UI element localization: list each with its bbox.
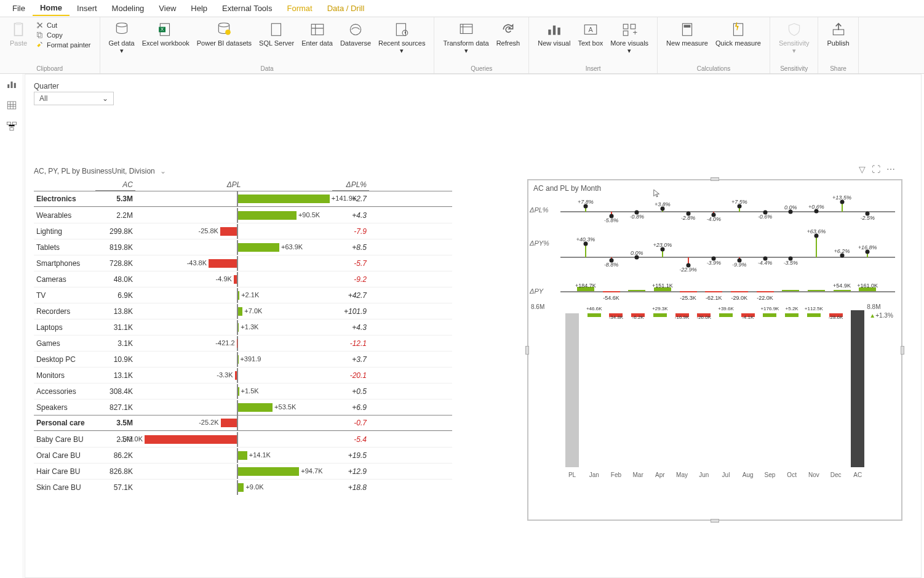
pbi-datasets-button[interactable]: Power BI datasets [193, 20, 255, 48]
ribbon: Paste Cut Copy Format painter Clipboard … [0, 17, 924, 74]
enter-data-button[interactable]: Enter data [298, 20, 337, 48]
pbi-icon [215, 21, 233, 38]
recent-label: Recent sources [378, 39, 425, 47]
dataverse-icon [347, 21, 364, 38]
copy-button[interactable]: Copy [36, 31, 91, 39]
sensitivity-button[interactable]: Sensitivity▾ [775, 20, 813, 55]
enter-data-label: Enter data [301, 39, 333, 47]
svg-point-10 [219, 23, 229, 27]
recent-sources-button[interactable]: Recent sources▾ [375, 20, 429, 55]
svg-rect-5 [39, 34, 42, 38]
svg-rect-25 [623, 31, 628, 36]
text-box-label: Text box [578, 39, 603, 47]
svg-rect-12 [271, 23, 281, 36]
quick-measure-button[interactable]: Quick measure [712, 20, 765, 48]
svg-text:A: A [588, 26, 593, 33]
chevron-down-icon: ▾ [400, 47, 404, 54]
format-painter-label: Format painter [47, 41, 91, 49]
svg-rect-19 [553, 26, 556, 35]
svg-rect-30 [833, 30, 843, 35]
refresh-icon [500, 21, 517, 38]
excel-icon: X [157, 21, 174, 38]
menu-view[interactable]: View [151, 1, 183, 15]
group-share-label: Share [830, 65, 846, 72]
group-calculations-label: Calculations [697, 65, 730, 72]
more-visuals-label: More visuals [610, 39, 648, 47]
more-visuals-button[interactable]: +More visuals▾ [607, 20, 652, 55]
chevron-down-icon: ▾ [627, 47, 631, 54]
excel-workbook-button[interactable]: XExcel workbook [138, 20, 193, 48]
sql-server-button[interactable]: SQL Server [255, 20, 298, 48]
copy-icon [36, 31, 44, 39]
group-queries-label: Queries [471, 65, 492, 72]
svg-rect-1 [16, 22, 22, 25]
paste-label: Paste [10, 39, 27, 47]
sql-icon [268, 21, 285, 38]
svg-rect-18 [548, 30, 551, 35]
transform-icon [458, 21, 475, 38]
menu-format[interactable]: Format [279, 1, 319, 15]
clipboard-icon [10, 21, 27, 38]
excel-label: Excel workbook [142, 39, 189, 47]
svg-point-6 [116, 23, 127, 27]
refresh-button[interactable]: Refresh [493, 20, 524, 48]
svg-rect-29 [733, 23, 743, 36]
publish-icon [830, 21, 847, 38]
chevron-down-icon: ▾ [120, 47, 124, 54]
text-box-button[interactable]: AText box [574, 20, 607, 48]
svg-rect-28 [684, 25, 691, 27]
chevron-down-icon: ▾ [464, 47, 468, 54]
chevron-down-icon: ▾ [792, 47, 796, 54]
quick-measure-icon [730, 21, 747, 38]
dataverse-label: Dataverse [340, 39, 371, 47]
sensitivity-label: Sensitivity [779, 39, 810, 47]
menu-insert[interactable]: Insert [70, 1, 105, 15]
menu-file[interactable]: File [5, 1, 33, 15]
menu-home[interactable]: Home [33, 1, 70, 16]
svg-rect-20 [557, 28, 560, 35]
svg-rect-15 [397, 23, 406, 36]
pbi-datasets-label: Power BI datasets [197, 39, 252, 47]
svg-rect-0 [15, 23, 23, 36]
new-visual-button[interactable]: New visual [534, 20, 574, 48]
publish-button[interactable]: Publish [823, 20, 853, 48]
cut-label: Cut [47, 22, 57, 29]
paintbrush-icon [36, 41, 44, 49]
get-data-button[interactable]: Get data▾ [105, 20, 138, 55]
sql-label: SQL Server [259, 39, 294, 47]
more-visuals-icon: + [621, 21, 638, 38]
database-icon [113, 21, 130, 38]
menu-data-drill[interactable]: Data / Drill [320, 1, 372, 15]
new-visual-label: New visual [538, 39, 570, 47]
menu-bar: File Home Insert Modeling View Help Exte… [0, 0, 924, 17]
recent-icon [393, 21, 410, 38]
svg-rect-4 [37, 32, 41, 36]
refresh-label: Refresh [496, 39, 520, 47]
paste-button[interactable]: Paste [5, 20, 32, 48]
publish-label: Publish [827, 39, 849, 47]
svg-point-11 [226, 30, 231, 35]
group-insert-label: Insert [586, 65, 601, 72]
menu-help[interactable]: Help [183, 1, 215, 15]
table-icon [309, 21, 326, 38]
scissors-icon [36, 21, 44, 30]
format-painter-button[interactable]: Format painter [36, 41, 91, 49]
svg-text:+: + [633, 28, 638, 37]
shield-icon [786, 21, 803, 38]
quick-measure-label: Quick measure [715, 39, 761, 47]
copy-label: Copy [47, 31, 63, 39]
transform-label: Transform data [443, 39, 488, 47]
group-clipboard-label: Clipboard [36, 65, 63, 72]
transform-data-button[interactable]: Transform data▾ [439, 20, 492, 55]
group-sensitivity-label: Sensitivity [780, 65, 808, 72]
chart-icon [546, 21, 563, 38]
menu-modeling[interactable]: Modeling [105, 1, 152, 15]
new-measure-label: New measure [666, 39, 708, 47]
cut-button[interactable]: Cut [36, 21, 91, 30]
calculator-icon [679, 21, 696, 38]
menu-external-tools[interactable]: External Tools [215, 1, 279, 15]
group-data-label: Data [260, 65, 273, 72]
new-measure-button[interactable]: New measure [663, 20, 712, 48]
get-data-label: Get data [109, 39, 135, 47]
dataverse-button[interactable]: Dataverse [337, 20, 375, 48]
